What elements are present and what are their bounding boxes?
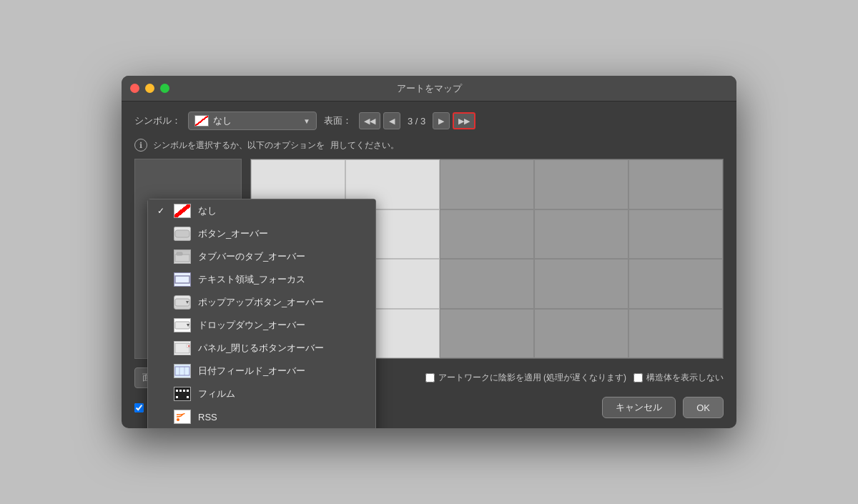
grid-cell [534, 209, 628, 260]
grid-cell [628, 209, 723, 260]
svg-rect-11 [175, 367, 189, 375]
main-area: ✓ なし ボタン_オーバー [134, 159, 724, 359]
grid-cell [628, 159, 723, 209]
button-over-label: ボタン_オーバー [198, 227, 268, 240]
symbol-dropdown-value: なし [213, 114, 299, 127]
nav-controls: ◀◀ ◀ 3 / 3 ▶ ▶▶ [359, 112, 475, 129]
svg-rect-18 [187, 390, 189, 392]
structure-checkbox-item: 構造体を表示しない [633, 372, 724, 384]
date-label: 日付フィールド_オーバー [198, 365, 305, 377]
grid-cell [440, 209, 534, 260]
dropdown-over-icon [174, 318, 191, 332]
nashi-label: なし [198, 204, 217, 217]
grid-cell [440, 309, 534, 359]
cancel-button[interactable]: キャンセル [602, 397, 676, 418]
next-page-button[interactable]: ▶ [433, 112, 450, 129]
text-label: テキスト領域_フォーカス [198, 273, 305, 286]
grid-cell [440, 159, 534, 209]
info-text-2: 用してください。 [330, 139, 399, 152]
dialog-content: シンボル： なし ▼ 表面： ◀◀ ◀ 3 / 3 ▶ ▶▶ ℹ シンボルを選択… [122, 102, 736, 428]
svg-text:✕: ✕ [187, 344, 190, 348]
surface-label: 表面： [324, 114, 352, 127]
text-field-icon [174, 272, 191, 287]
svg-rect-2 [177, 252, 182, 255]
dropdown-menu[interactable]: ✓ なし ボタン_オーバー [147, 199, 376, 428]
slash-icon [194, 115, 209, 127]
artwork-shadow-checkbox[interactable] [425, 373, 435, 382]
structure-checkbox[interactable] [633, 373, 643, 382]
dropdown-item-dropdown[interactable]: ドロップダウン_オーバー [148, 314, 375, 337]
dropdown-item-popup[interactable]: ポップアップボタン_オーバー [148, 291, 375, 314]
page-display: 3 / 3 [403, 116, 430, 127]
nashi-icon [174, 204, 191, 218]
popup-label: ポップアップボタン_オーバー [198, 296, 324, 309]
dropdown-item-film[interactable]: フィルム [148, 382, 375, 405]
symbol-dropdown[interactable]: なし ▼ [188, 112, 317, 130]
main-window: アートをマップ シンボル： なし ▼ 表面： ◀◀ ◀ 3 / 3 ▶ ▶▶ [122, 76, 736, 428]
dropdown-item-nashi[interactable]: ✓ なし [148, 199, 375, 222]
popup-icon [174, 295, 191, 310]
titlebar: アートをマップ [122, 76, 736, 102]
prev-page-button[interactable]: ◀ [383, 112, 400, 129]
checkmark-icon: ✓ [155, 206, 167, 216]
toolbar-row: シンボル： なし ▼ 表面： ◀◀ ◀ 3 / 3 ▶ ▶▶ [134, 112, 724, 130]
panel-close-icon: ✕ [174, 341, 191, 355]
grid-cell [534, 259, 628, 309]
tab-icon [174, 249, 191, 264]
svg-rect-16 [179, 390, 182, 392]
svg-rect-3 [175, 276, 189, 283]
maximize-button[interactable] [160, 84, 169, 93]
rss-icon [174, 410, 191, 424]
info-row: ℹ シンボルを選択するか、以下のオプションを 用してください。 [134, 139, 724, 152]
window-title: アートをマップ [397, 82, 462, 95]
dropdown-item-panel[interactable]: ✕ パネル_閉じるボタンオーバー [148, 337, 375, 360]
grid-cell [534, 309, 628, 359]
tab-label: タブバーのタブ_オーバー [198, 250, 305, 263]
last-page-button[interactable]: ▶▶ [453, 112, 475, 129]
structure-label: 構造体を表示しない [646, 372, 724, 384]
panel-close-label: パネル_閉じるボタンオーバー [198, 342, 324, 355]
rss-label: RSS [198, 412, 217, 423]
first-page-button[interactable]: ◀◀ [359, 112, 380, 129]
svg-rect-17 [183, 390, 185, 392]
dropdown-item-rss[interactable]: RSS [148, 405, 375, 428]
button-over-icon [174, 227, 191, 241]
dropdown-item-text[interactable]: テキスト領域_フォーカス [148, 268, 375, 291]
svg-rect-20 [187, 396, 189, 398]
grid-cell [628, 309, 723, 359]
dropdown-item-date[interactable]: 日付フィールド_オーバー [148, 360, 375, 382]
svg-point-22 [177, 418, 179, 421]
dropdown-item-button-over[interactable]: ボタン_オーバー [148, 222, 375, 245]
dropdown-item-tab[interactable]: タブバーのタブ_オーバー [148, 245, 375, 268]
chevron-down-icon: ▼ [303, 117, 310, 125]
film-icon [174, 387, 191, 401]
artwork-shadow-checkbox-item: アートワークに陰影を適用 (処理が遅くなります) [425, 372, 626, 384]
grid-cell [628, 259, 723, 309]
close-button[interactable] [130, 84, 139, 93]
window-controls [130, 84, 169, 93]
preview-checkbox[interactable] [134, 403, 144, 412]
grid-cell [440, 259, 534, 309]
film-label: フィルム [198, 387, 235, 400]
artwork-shadow-label: アートワークに陰影を適用 (処理が遅くなります) [438, 372, 626, 384]
info-text: シンボルを選択するか、以下のオプションを [153, 139, 325, 152]
ok-button[interactable]: OK [683, 397, 724, 418]
svg-rect-19 [176, 396, 178, 398]
date-field-icon [174, 364, 191, 378]
svg-rect-0 [175, 230, 189, 237]
svg-rect-15 [176, 390, 178, 392]
footer-right: キャンセル OK [602, 397, 724, 418]
dropdown-over-label: ドロップダウン_オーバー [198, 319, 305, 332]
info-icon: ℹ [134, 139, 147, 152]
grid-cell [534, 159, 628, 209]
symbol-label: シンボル： [134, 114, 181, 127]
minimize-button[interactable] [145, 84, 154, 93]
